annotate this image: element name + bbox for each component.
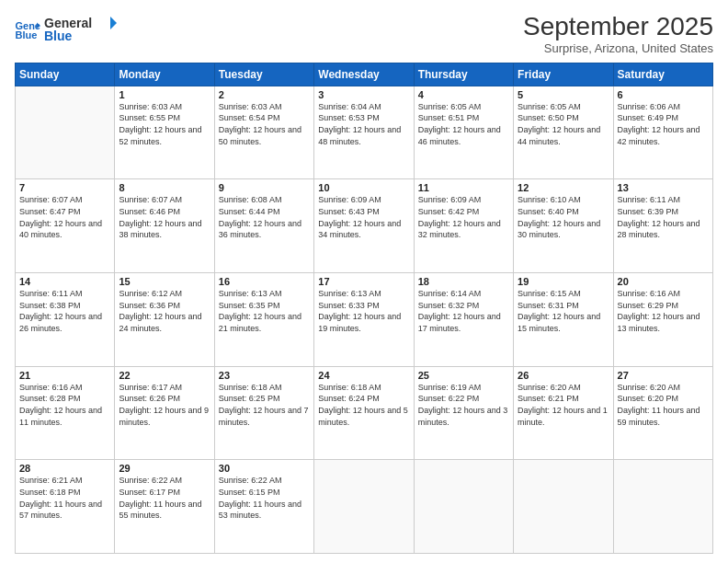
calendar-cell: 22 Sunrise: 6:17 AM Sunset: 6:26 PM Dayl… — [115, 366, 214, 460]
sunset-text: Sunset: 6:15 PM — [219, 488, 280, 497]
day-number: 3 — [318, 89, 409, 100]
daylight-text: Daylight: 12 hours and 50 minutes. — [219, 125, 301, 146]
day-info: Sunrise: 6:20 AM Sunset: 6:20 PM Dayligh… — [618, 382, 709, 428]
sunrise-text: Sunrise: 6:22 AM — [119, 476, 182, 485]
sunset-text: Sunset: 6:28 PM — [19, 394, 81, 403]
day-number: 23 — [219, 370, 310, 381]
calendar-cell: 8 Sunrise: 6:07 AM Sunset: 6:46 PM Dayli… — [115, 179, 214, 273]
sunset-text: Sunset: 6:38 PM — [19, 301, 81, 310]
week-row-3: 14 Sunrise: 6:11 AM Sunset: 6:38 PM Dayl… — [16, 273, 713, 367]
sunset-text: Sunset: 6:36 PM — [119, 301, 180, 310]
sunset-text: Sunset: 6:35 PM — [219, 301, 280, 310]
day-info: Sunrise: 6:16 AM Sunset: 6:28 PM Dayligh… — [19, 382, 110, 428]
sunset-text: Sunset: 6:42 PM — [418, 207, 480, 216]
calendar-cell — [514, 460, 613, 554]
day-number: 6 — [618, 89, 709, 100]
daylight-text: Daylight: 12 hours and 15 minutes. — [518, 312, 600, 333]
calendar-cell: 4 Sunrise: 6:05 AM Sunset: 6:51 PM Dayli… — [414, 86, 513, 179]
day-number: 16 — [219, 276, 310, 287]
sunrise-text: Sunrise: 6:15 AM — [518, 289, 581, 298]
week-row-5: 28 Sunrise: 6:21 AM Sunset: 6:18 PM Dayl… — [16, 460, 713, 554]
calendar-cell: 19 Sunrise: 6:15 AM Sunset: 6:31 PM Dayl… — [514, 273, 613, 367]
sunrise-text: Sunrise: 6:16 AM — [19, 383, 83, 392]
calendar-cell — [16, 86, 115, 179]
sunrise-text: Sunrise: 6:12 AM — [119, 289, 182, 298]
daylight-text: Daylight: 11 hours and 57 minutes. — [19, 500, 102, 521]
week-row-1: 1 Sunrise: 6:03 AM Sunset: 6:55 PM Dayli… — [16, 86, 713, 179]
day-number: 22 — [119, 370, 210, 381]
sunrise-text: Sunrise: 6:16 AM — [618, 289, 681, 298]
sunset-text: Sunset: 6:55 PM — [119, 113, 180, 122]
day-info: Sunrise: 6:03 AM Sunset: 6:55 PM Dayligh… — [119, 101, 210, 147]
daylight-text: Daylight: 12 hours and 7 minutes. — [219, 406, 309, 427]
day-number: 28 — [19, 463, 110, 474]
day-info: Sunrise: 6:22 AM Sunset: 6:15 PM Dayligh… — [219, 475, 310, 521]
day-info: Sunrise: 6:15 AM Sunset: 6:31 PM Dayligh… — [518, 288, 609, 334]
calendar-cell: 30 Sunrise: 6:22 AM Sunset: 6:15 PM Dayl… — [214, 460, 313, 554]
header-sunday: Sunday — [16, 63, 115, 86]
sunset-text: Sunset: 6:43 PM — [318, 207, 380, 216]
daylight-text: Daylight: 11 hours and 55 minutes. — [119, 500, 201, 521]
sunset-text: Sunset: 6:31 PM — [518, 301, 579, 310]
svg-marker-4 — [110, 17, 117, 29]
svg-text:Blue: Blue — [44, 29, 73, 43]
header: General Blue General Blue September 2025… — [15, 13, 713, 55]
day-number: 18 — [418, 276, 509, 287]
sunrise-text: Sunrise: 6:21 AM — [19, 476, 83, 485]
day-number: 9 — [219, 182, 310, 193]
sunrise-text: Sunrise: 6:10 AM — [518, 195, 581, 204]
sunrise-text: Sunrise: 6:04 AM — [318, 102, 381, 111]
sunrise-text: Sunrise: 6:03 AM — [119, 102, 182, 111]
sunset-text: Sunset: 6:44 PM — [219, 207, 280, 216]
day-info: Sunrise: 6:03 AM Sunset: 6:54 PM Dayligh… — [219, 101, 310, 147]
day-info: Sunrise: 6:22 AM Sunset: 6:17 PM Dayligh… — [119, 475, 210, 521]
day-number: 4 — [418, 89, 509, 100]
daylight-text: Daylight: 12 hours and 28 minutes. — [618, 219, 700, 240]
sunrise-text: Sunrise: 6:03 AM — [219, 102, 282, 111]
sunrise-text: Sunrise: 6:20 AM — [518, 383, 581, 392]
sunset-text: Sunset: 6:20 PM — [618, 394, 679, 403]
day-info: Sunrise: 6:14 AM Sunset: 6:32 PM Dayligh… — [418, 288, 509, 334]
sunset-text: Sunset: 6:18 PM — [19, 488, 81, 497]
day-number: 15 — [119, 276, 210, 287]
daylight-text: Daylight: 12 hours and 42 minutes. — [618, 125, 700, 146]
calendar-cell: 1 Sunrise: 6:03 AM Sunset: 6:55 PM Dayli… — [115, 86, 214, 179]
day-number: 26 — [518, 370, 609, 381]
day-number: 7 — [19, 182, 110, 193]
calendar-cell: 16 Sunrise: 6:13 AM Sunset: 6:35 PM Dayl… — [214, 273, 313, 367]
logo-icon: General Blue — [15, 19, 40, 40]
sunrise-text: Sunrise: 6:22 AM — [219, 476, 282, 485]
daylight-text: Daylight: 12 hours and 1 minute. — [518, 406, 608, 427]
calendar-cell: 7 Sunrise: 6:07 AM Sunset: 6:47 PM Dayli… — [16, 179, 115, 273]
calendar-cell: 5 Sunrise: 6:05 AM Sunset: 6:50 PM Dayli… — [514, 86, 613, 179]
day-number: 14 — [19, 276, 110, 287]
header-saturday: Saturday — [613, 63, 712, 86]
sunset-text: Sunset: 6:53 PM — [318, 113, 380, 122]
day-info: Sunrise: 6:11 AM Sunset: 6:39 PM Dayligh… — [618, 194, 709, 240]
day-info: Sunrise: 6:06 AM Sunset: 6:49 PM Dayligh… — [618, 101, 709, 147]
sunrise-text: Sunrise: 6:05 AM — [418, 102, 482, 111]
daylight-text: Daylight: 12 hours and 32 minutes. — [418, 219, 501, 240]
calendar-cell: 6 Sunrise: 6:06 AM Sunset: 6:49 PM Dayli… — [613, 86, 712, 179]
day-number: 2 — [219, 89, 310, 100]
day-number: 5 — [518, 89, 609, 100]
sunset-text: Sunset: 6:17 PM — [119, 488, 180, 497]
header-tuesday: Tuesday — [214, 63, 313, 86]
day-info: Sunrise: 6:10 AM Sunset: 6:40 PM Dayligh… — [518, 194, 609, 240]
sunrise-text: Sunrise: 6:05 AM — [518, 102, 581, 111]
day-number: 27 — [618, 370, 709, 381]
day-number: 30 — [219, 463, 310, 474]
calendar-cell: 9 Sunrise: 6:08 AM Sunset: 6:44 PM Dayli… — [214, 179, 313, 273]
sunset-text: Sunset: 6:54 PM — [219, 113, 280, 122]
sunrise-text: Sunrise: 6:13 AM — [318, 289, 381, 298]
day-number: 20 — [618, 276, 709, 287]
sunrise-text: Sunrise: 6:09 AM — [418, 195, 482, 204]
calendar-cell: 29 Sunrise: 6:22 AM Sunset: 6:17 PM Dayl… — [115, 460, 214, 554]
day-info: Sunrise: 6:18 AM Sunset: 6:24 PM Dayligh… — [318, 382, 409, 428]
day-number: 10 — [318, 182, 409, 193]
sunrise-text: Sunrise: 6:06 AM — [618, 102, 681, 111]
week-row-4: 21 Sunrise: 6:16 AM Sunset: 6:28 PM Dayl… — [16, 366, 713, 460]
sunset-text: Sunset: 6:39 PM — [618, 207, 679, 216]
day-info: Sunrise: 6:16 AM Sunset: 6:29 PM Dayligh… — [618, 288, 709, 334]
calendar-cell: 27 Sunrise: 6:20 AM Sunset: 6:20 PM Dayl… — [613, 366, 712, 460]
